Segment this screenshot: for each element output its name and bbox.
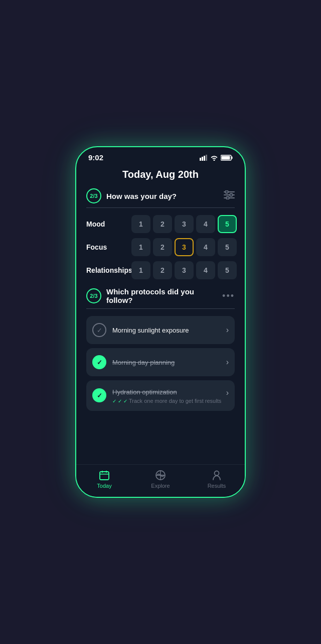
hydration-sub-check-3: ✓ <box>123 398 127 404</box>
phone-frame: 9:02 Today, Aug 20th <box>75 146 246 498</box>
day-section-header: 2/3 How was your day? <box>86 188 235 203</box>
svg-rect-3 <box>206 155 207 161</box>
rating-row-mood: Mood 1 2 3 4 5 <box>86 215 235 233</box>
day-badge: 2/3 <box>86 188 101 203</box>
hydration-check-icon: ✓ <box>97 392 102 399</box>
hydration-sub-text: Track one more day to get first results <box>129 398 221 404</box>
relationships-buttons: 1 2 3 4 5 <box>131 261 237 279</box>
bottom-nav: Today Explore Results <box>76 464 245 497</box>
sunlight-name: Morning sunlight exposure <box>112 327 189 334</box>
day-section-title: How was your day? <box>106 192 177 200</box>
focus-btn-3[interactable]: 3 <box>175 238 194 256</box>
protocols-badge: 2/3 <box>86 288 101 303</box>
results-label: Results <box>208 483 226 489</box>
protocol-item-sunlight[interactable]: ✓ Morning sunlight exposure › <box>86 316 235 344</box>
svg-rect-15 <box>106 471 107 473</box>
relationships-btn-4[interactable]: 4 <box>196 261 215 279</box>
mood-btn-3[interactable]: 3 <box>175 215 194 233</box>
today-label: Today <box>97 483 111 489</box>
svg-rect-2 <box>204 156 205 161</box>
day-divider <box>86 207 235 208</box>
relationships-btn-1[interactable]: 1 <box>131 261 150 279</box>
protocols-divider <box>86 308 235 309</box>
today-icon <box>99 470 110 481</box>
sunlight-check-icon: ✓ <box>97 327 102 334</box>
sunlight-content: Morning sunlight exposure <box>112 326 222 335</box>
focus-btn-2[interactable]: 2 <box>153 238 172 256</box>
relationships-btn-2[interactable]: 2 <box>153 261 172 279</box>
svg-rect-14 <box>102 471 103 473</box>
signal-icon <box>200 155 208 161</box>
planning-name: Morning day planning <box>112 359 175 366</box>
svg-point-12 <box>226 196 229 199</box>
svg-rect-6 <box>232 156 233 159</box>
mood-btn-1[interactable]: 1 <box>131 215 150 233</box>
focus-label: Focus <box>86 243 131 251</box>
mood-btn-4[interactable]: 4 <box>196 215 215 233</box>
svg-point-11 <box>230 193 233 196</box>
svg-rect-16 <box>100 474 109 475</box>
svg-rect-0 <box>200 158 201 161</box>
explore-icon <box>155 470 166 481</box>
protocols-dots-icon[interactable]: ••• <box>222 291 235 301</box>
planning-content: Morning day planning <box>112 358 222 367</box>
results-icon <box>211 470 222 481</box>
filter-icon[interactable] <box>224 190 235 201</box>
focus-buttons: 1 2 3 4 5 <box>131 238 237 256</box>
hydration-sub-check-2: ✓ <box>118 398 122 404</box>
nav-item-results[interactable]: Results <box>189 470 245 489</box>
nav-item-explore[interactable]: Explore <box>132 470 189 489</box>
svg-point-10 <box>225 190 228 193</box>
ratings-container: Mood 1 2 3 4 5 Focus 1 2 3 4 5 <box>86 215 235 279</box>
hydration-check-circle: ✓ <box>92 388 106 402</box>
mood-btn-2[interactable]: 2 <box>153 215 172 233</box>
svg-point-20 <box>215 471 219 476</box>
status-bar: 9:02 <box>76 147 245 164</box>
protocols-section-header: 2/3 Which protocols did you follow? ••• <box>86 287 235 304</box>
hydration-name: Hydration optimization <box>112 388 177 396</box>
mood-label: Mood <box>86 220 131 228</box>
hydration-content: Hydration optimization ✓ ✓ ✓ Track one m… <box>112 387 222 404</box>
hydration-chevron: › <box>226 388 229 397</box>
svg-rect-1 <box>202 157 203 161</box>
rating-row-focus: Focus 1 2 3 4 5 <box>86 238 235 256</box>
nav-item-today[interactable]: Today <box>76 470 132 489</box>
planning-check-icon: ✓ <box>97 359 102 366</box>
status-time: 9:02 <box>88 153 103 162</box>
protocols-section: 2/3 Which protocols did you follow? ••• … <box>86 287 235 411</box>
wifi-icon <box>210 155 218 161</box>
battery-icon <box>221 155 233 161</box>
mood-btn-5[interactable]: 5 <box>218 215 237 233</box>
explore-label: Explore <box>151 483 170 489</box>
hydration-sub: ✓ ✓ ✓ Track one more day to get first re… <box>112 398 222 404</box>
relationships-btn-5[interactable]: 5 <box>218 261 237 279</box>
page-title: Today, Aug 20th <box>86 164 235 188</box>
scroll-content: Today, Aug 20th 2/3 How was your day? <box>76 164 245 464</box>
focus-btn-4[interactable]: 4 <box>196 238 215 256</box>
svg-rect-13 <box>100 472 109 480</box>
hydration-sub-check-1: ✓ <box>112 398 116 404</box>
planning-chevron: › <box>226 358 229 367</box>
planning-check-circle: ✓ <box>92 355 106 369</box>
sunlight-check-circle: ✓ <box>92 323 106 337</box>
protocol-item-hydration[interactable]: ✓ Hydration optimization ✓ ✓ ✓ Track one… <box>86 380 235 411</box>
relationships-label: Relationships <box>86 266 131 274</box>
protocol-item-planning[interactable]: ✓ Morning day planning › <box>86 348 235 376</box>
focus-btn-1[interactable]: 1 <box>131 238 150 256</box>
status-icons <box>200 155 233 161</box>
protocols-section-title: Which protocols did you follow? <box>106 287 222 304</box>
mood-buttons: 1 2 3 4 5 <box>131 215 237 233</box>
focus-btn-5[interactable]: 5 <box>218 238 237 256</box>
svg-rect-5 <box>222 156 230 159</box>
relationships-btn-3[interactable]: 3 <box>175 261 194 279</box>
rating-row-relationships: Relationships 1 2 3 4 5 <box>86 261 235 279</box>
sunlight-chevron: › <box>226 326 229 335</box>
